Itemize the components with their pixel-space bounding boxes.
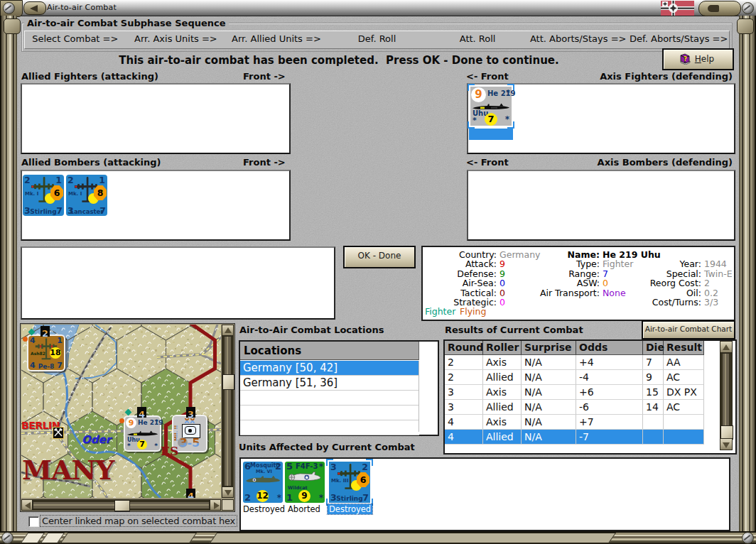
rollup-button[interactable]: [23, 1, 46, 15]
counter-stirling3[interactable]: 3 2 Mk. III 6 3 Stirling 7: [329, 462, 370, 503]
subphase-step-6: Att. Aborts/Stays =>: [528, 31, 629, 48]
results-scroll-up-button[interactable]: [720, 341, 733, 353]
arrow-up-icon: [723, 344, 730, 350]
counter-mosquito[interactable]: 6 Mosquito 2 Mk. VI 2 12 *: [243, 462, 283, 503]
axis-fighters-label: Axis Fighters (defending): [467, 71, 733, 82]
titlebar[interactable]: Air-to-air Combat: [0, 0, 756, 16]
pe8-range-badge: 18: [50, 347, 61, 359]
map-vscroll-thumb[interactable]: [222, 374, 234, 390]
results-column-roller[interactable]: Roller: [483, 341, 522, 354]
screw-icon: [742, 2, 754, 14]
detail-label: Special:: [517, 269, 701, 278]
subphase-step-2: Arr. Axis Units =>: [126, 31, 227, 48]
center-map-checkbox[interactable]: [28, 516, 39, 527]
detail-label: Oil:: [517, 288, 701, 298]
location-row-1[interactable]: Germany [50, 42]: [240, 361, 419, 376]
arrow-down-icon: [225, 490, 232, 496]
combat-chart-button[interactable]: Air-to-air Combat Chart: [642, 320, 735, 339]
stirling-tl: 2: [24, 175, 31, 185]
mosquito-fighter-silhouette-icon: [245, 474, 281, 485]
arrow-up-icon: [225, 327, 232, 333]
results-column-round[interactable]: Round: [445, 341, 483, 354]
map-scroll-down-button[interactable]: [222, 486, 234, 498]
subphase-bar: Select Combat =>Arr. Axis Units =>Arr. A…: [24, 31, 730, 49]
map-hscroll-thumb[interactable]: [114, 500, 130, 511]
location-row-3[interactable]: [240, 391, 419, 406]
results-row-2[interactable]: 2AlliedN/A-49AC: [445, 370, 704, 385]
window-title: Air-to-air Combat: [47, 3, 117, 12]
corner-knob-icon: [4, 18, 21, 34]
allied-bombers-listbox[interactable]: 2 1 Mk. I 6 3 Stirling 7: [21, 170, 291, 241]
unit-he219-block[interactable]: 9 He 219 * Uhu * 7 *: [469, 85, 513, 141]
results-row-1[interactable]: 2AxisN/A+47AA: [445, 355, 704, 370]
allied-fighters-listbox[interactable]: [21, 83, 291, 154]
close-button[interactable]: [698, 1, 741, 16]
results-table: RoundRollerSurpriseOddsDieResult2AxisN/A…: [445, 341, 704, 445]
location-row-2[interactable]: Germany [51, 36]: [240, 376, 419, 391]
results-vscrollbar[interactable]: [720, 341, 733, 450]
results-column-die[interactable]: Die: [643, 341, 664, 354]
mosquito-tr: 2: [275, 461, 281, 472]
results-cell: AC: [664, 400, 704, 415]
front-arrow-label: Front ->: [243, 71, 286, 82]
results-vscroll-thumb[interactable]: [720, 425, 733, 440]
locations-rows: Germany [50, 42]Germany [51, 36]: [240, 361, 419, 435]
lancaster-br: 7: [99, 205, 106, 216]
map-counter-he219[interactable]: 9 He 219 * Uhu * 7 *: [125, 417, 160, 450]
counter-he219[interactable]: 9 He 219 * Uhu * 7 *: [470, 87, 512, 126]
results-cell: +7: [576, 415, 643, 430]
subphase-step-1: Select Combat =>: [25, 31, 126, 48]
results-row-4[interactable]: 3AlliedN/A-614AC: [445, 400, 704, 415]
results-cell: -6: [576, 400, 643, 415]
map-scroll-corner: [222, 499, 234, 511]
counter-stirling[interactable]: 2 1 Mk. I 6 3 Stirling 7: [23, 175, 64, 216]
hex-number-label: 4: [137, 407, 146, 418]
results-row-6[interactable]: 4AlliedN/A-7: [445, 430, 704, 445]
location-row-5[interactable]: [240, 420, 419, 435]
location-row-4[interactable]: [240, 406, 419, 420]
detail-value: 0: [500, 298, 505, 307]
subphase-step-5: Att. Roll: [427, 31, 528, 48]
stirling-name: Stirling: [30, 208, 56, 215]
axis-bombers-listbox[interactable]: [467, 170, 735, 241]
map-hscrollbar[interactable]: [21, 499, 221, 511]
subphase-step-3: Arr. Allied Units =>: [226, 31, 327, 48]
results-column-surprise[interactable]: Surprise: [522, 341, 576, 354]
window-border-bottom: [0, 531, 756, 544]
map-scroll-left-button[interactable]: [21, 499, 33, 511]
results-cell: Allied: [483, 370, 522, 385]
map-vscrollbar[interactable]: [222, 325, 234, 498]
counter-lancaster[interactable]: 2 1 Mk. I 8 3 Lancaster 7: [66, 175, 107, 216]
results-cell: Axis: [483, 415, 522, 430]
counter-stirling3-frame[interactable]: 3 2 Mk. III 6 3 Stirling 7: [328, 460, 372, 504]
he219-selected-label-strip: [469, 129, 513, 140]
map-scroll-right-button[interactable]: [210, 499, 221, 511]
results-row-3[interactable]: 3AxisN/A+615DX PX: [445, 385, 704, 400]
help-button[interactable]: ? Help: [662, 48, 734, 70]
results-cell: AC: [664, 370, 704, 385]
he219-name: He 219: [138, 419, 163, 426]
center-map-checkbox-label[interactable]: Center linked map on selected combat hex: [40, 515, 237, 527]
results-column-result[interactable]: Result: [664, 341, 704, 354]
axis-fighters-listbox[interactable]: 9 He 219 * Uhu * 7 *: [467, 83, 735, 154]
map-viewport[interactable]: BERLIN Oder MANY ES 2 4 3 4: [21, 325, 221, 498]
locations-column-header[interactable]: Locations: [240, 342, 419, 360]
results-cell: -4: [576, 370, 643, 385]
he219-star: *: [155, 418, 158, 425]
counter-f4f3[interactable]: 5 F4F-3 * Wildcat 1 9 *: [285, 462, 325, 503]
results-cell: [664, 415, 704, 430]
results-scroll-down-button[interactable]: [720, 438, 733, 450]
detail-label: Cost/Turns:: [517, 298, 701, 307]
map-vscroll-track[interactable]: [222, 336, 234, 486]
results-cell: +4: [576, 355, 643, 370]
results-row-5[interactable]: 4AxisN/A+7: [445, 415, 704, 430]
combat-description-box: [21, 246, 335, 320]
results-cell: 3: [445, 385, 483, 400]
affected-status-label: Aborted: [288, 504, 320, 514]
map-counter-pe8[interactable]: 4 1 Ash82 18 4 Pe-8 7: [28, 336, 64, 370]
results-column-odds[interactable]: Odds: [576, 341, 643, 354]
affected-heading: Units Affected by Current Combat: [239, 442, 415, 452]
map-scroll-up-button[interactable]: [222, 325, 234, 336]
corner-knob-icon: [737, 18, 754, 34]
results-cell: N/A: [522, 415, 576, 430]
